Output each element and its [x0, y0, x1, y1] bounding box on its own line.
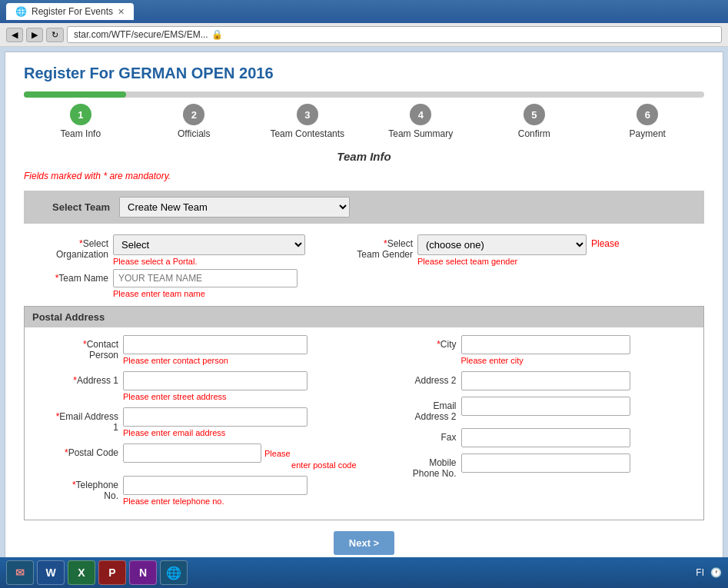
step-6-circle: 6	[637, 104, 658, 125]
forward-button[interactable]: ▶	[26, 28, 43, 42]
team-name-input[interactable]	[113, 269, 298, 287]
org-select[interactable]: Select	[113, 234, 305, 255]
telephone-error: Please enter telephone no.	[123, 497, 357, 506]
fax-label: Fax	[372, 428, 457, 443]
contact-person-label: *ContactPerson	[34, 335, 118, 360]
email1-label: *Email Address1	[34, 407, 118, 433]
org-field: Select Please select a Portal.	[113, 234, 305, 266]
step-4-label: Team Summary	[388, 128, 453, 139]
team-gender-label: *SelectTeam Gender	[328, 234, 413, 260]
email2-row: EmailAddress 2	[372, 397, 695, 422]
page-content: Register For GERMAN OPEN 2016 1 Team Inf…	[5, 51, 723, 571]
email1-error: Please enter email address	[123, 428, 357, 437]
address2-label: Address 2	[372, 371, 457, 386]
step-1-circle: 1	[70, 104, 91, 125]
select-team-dropdown[interactable]: Create New Team	[119, 197, 350, 218]
address1-field: Please enter street address	[123, 371, 357, 401]
taskbar-onenote[interactable]: N	[129, 560, 157, 585]
taskbar-outlook[interactable]: ✉	[6, 560, 34, 585]
close-tab-icon[interactable]: ✕	[118, 7, 125, 17]
team-gender-select[interactable]: (choose one)	[417, 234, 587, 255]
email2-field	[461, 397, 695, 416]
taskbar-clock-icon: 🕐	[710, 567, 722, 578]
progress-bar-fill	[24, 91, 126, 98]
mobile-label: MobilePhone No.	[372, 453, 457, 479]
org-label: *SelectOrganization	[24, 234, 108, 260]
address2-input[interactable]	[461, 371, 630, 390]
postal-body: *ContactPerson Please enter contact pers…	[25, 327, 703, 520]
email2-label: EmailAddress 2	[372, 397, 457, 422]
city-input[interactable]	[461, 335, 630, 354]
tab-label: Register For Events	[32, 6, 113, 17]
postal-left-col: *ContactPerson Please enter contact pers…	[34, 335, 357, 512]
lock-icon: 🔒	[211, 29, 223, 40]
taskbar-ie[interactable]: 🌐	[160, 560, 188, 585]
fax-row: Fax	[372, 428, 695, 447]
postal-right-col: *City Please enter city Address 2	[372, 335, 695, 512]
team-name-label: *Team Name	[24, 269, 108, 284]
org-field-group: *SelectOrganization Select Please select…	[24, 234, 305, 266]
city-label: *City	[372, 335, 457, 350]
step-4: 4 Team Summary	[364, 104, 478, 139]
telephone-label: *TelephoneNo.	[34, 476, 118, 501]
address1-row: *Address 1 Please enter street address	[34, 371, 357, 401]
step-5: 5 Confirm	[477, 104, 591, 139]
step-3-label: Team Contestants	[270, 128, 344, 139]
next-button[interactable]: Next >	[334, 531, 394, 555]
tab-favicon: 🌐	[15, 6, 27, 17]
address1-label: *Address 1	[34, 371, 118, 386]
step-2-label: Officials	[178, 128, 210, 139]
mobile-row: MobilePhone No.	[372, 453, 695, 479]
telephone-input[interactable]	[123, 476, 307, 495]
address2-row: Address 2	[372, 371, 695, 390]
step-1: 1 Team Info	[24, 104, 138, 139]
section-heading: Team Info	[24, 150, 704, 163]
mobile-input[interactable]	[461, 453, 630, 473]
url-bar[interactable]: star.com/WTF/secure/EMS/EM... 🔒	[67, 26, 722, 43]
postal-code-row: *Postal Code Please enter postal code	[34, 443, 357, 470]
org-team-section: *SelectOrganization Select Please select…	[24, 234, 704, 266]
progress-bar-container	[24, 91, 704, 98]
postal-code-input[interactable]	[123, 443, 261, 463]
contact-person-error: Please enter contact person	[123, 356, 357, 365]
refresh-button[interactable]: ↻	[46, 28, 64, 42]
contact-person-row: *ContactPerson Please enter contact pers…	[34, 335, 357, 365]
team-name-section: *Team Name Please enter team name	[24, 269, 704, 298]
team-gender-field: (choose one) Please select team gender	[417, 234, 587, 266]
postal-code-error: enter postal code	[291, 460, 356, 470]
email1-input[interactable]	[123, 407, 307, 427]
browser-nav: ◀ ▶ ↻ star.com/WTF/secure/EMS/EM... 🔒	[0, 23, 728, 47]
address1-input[interactable]	[123, 371, 307, 390]
team-name-field: Please enter team name	[113, 269, 704, 298]
step-5-circle: 5	[524, 104, 545, 125]
back-button[interactable]: ◀	[6, 28, 23, 42]
postal-header: Postal Address	[25, 307, 703, 327]
step-1-label: Team Info	[60, 128, 101, 139]
fax-input[interactable]	[461, 428, 630, 447]
select-team-label: Select Team	[33, 201, 110, 213]
browser-tab[interactable]: 🌐 Register For Events ✕	[6, 3, 134, 20]
email2-input[interactable]	[461, 397, 630, 416]
contact-person-field: Please enter contact person	[123, 335, 357, 365]
taskbar-word[interactable]: W	[37, 560, 65, 585]
page-title: Register For GERMAN OPEN 2016	[24, 65, 704, 82]
postal-code-label: *Postal Code	[34, 443, 118, 458]
contact-person-input[interactable]	[123, 335, 307, 354]
step-5-label: Confirm	[518, 128, 550, 139]
step-3: 3 Team Contestants	[251, 104, 364, 139]
taskbar-excel[interactable]: X	[68, 560, 95, 585]
step-2: 2 Officials	[138, 104, 251, 139]
team-name-error: Please enter team name	[113, 289, 704, 298]
step-6-label: Payment	[630, 128, 666, 139]
address2-field	[461, 371, 695, 390]
select-team-row: Select Team Create New Team	[24, 191, 704, 224]
team-gender-group: *SelectTeam Gender (choose one) Please s…	[328, 234, 620, 266]
url-text: star.com/WTF/secure/EMS/EM...	[74, 29, 208, 40]
taskbar-powerpoint[interactable]: P	[98, 560, 126, 585]
org-error: Please select a Portal.	[113, 257, 305, 266]
mobile-field	[461, 453, 695, 473]
taskbar-lang: FI	[696, 567, 704, 578]
team-gender-error-inline: Please	[591, 234, 620, 249]
city-error: Please enter city	[461, 356, 695, 365]
postal-section: Postal Address *ContactPerson Please ent…	[24, 306, 704, 520]
